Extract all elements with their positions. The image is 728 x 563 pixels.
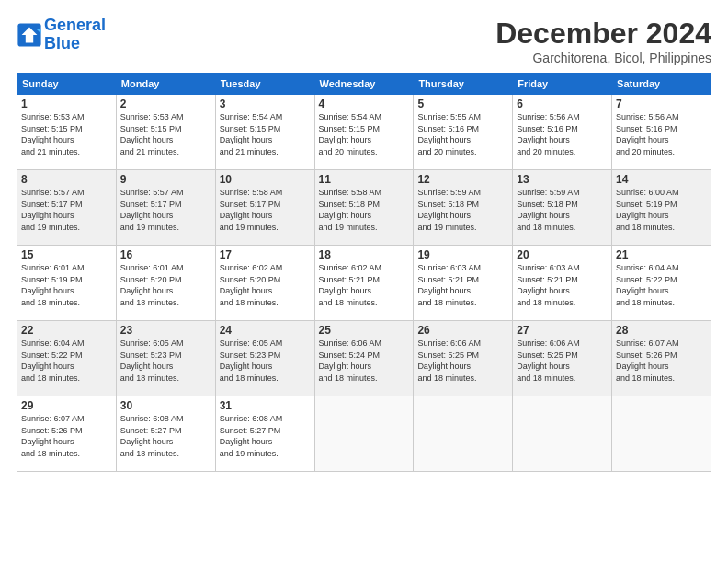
day-number: 7 bbox=[616, 98, 707, 110]
table-cell: 9 Sunrise: 5:57 AM Sunset: 5:17 PM Dayli… bbox=[116, 170, 215, 246]
day-info: Sunrise: 6:06 AM Sunset: 5:25 PM Dayligh… bbox=[417, 338, 508, 384]
table-cell: 25 Sunrise: 6:06 AM Sunset: 5:24 PM Dayl… bbox=[314, 321, 414, 396]
table-cell: 8 Sunrise: 5:57 AM Sunset: 5:17 PM Dayli… bbox=[17, 170, 117, 246]
day-number: 15 bbox=[21, 248, 112, 261]
day-number: 24 bbox=[220, 324, 311, 337]
day-number: 27 bbox=[517, 324, 608, 337]
table-cell: 2 Sunrise: 5:53 AM Sunset: 5:15 PM Dayli… bbox=[116, 95, 215, 170]
day-number: 28 bbox=[616, 324, 707, 337]
day-number: 3 bbox=[220, 98, 311, 110]
col-wednesday: Wednesday bbox=[314, 74, 414, 95]
col-sunday: Sunday bbox=[17, 74, 117, 95]
day-info: Sunrise: 5:53 AM Sunset: 5:15 PM Dayligh… bbox=[21, 111, 112, 157]
title-block: December 2024 Garchitorena, Bicol, Phili… bbox=[495, 17, 711, 65]
day-number: 6 bbox=[517, 98, 608, 110]
calendar-row-2: 8 Sunrise: 5:57 AM Sunset: 5:17 PM Dayli… bbox=[17, 170, 711, 246]
day-number: 13 bbox=[517, 173, 608, 186]
table-cell: 24 Sunrise: 6:05 AM Sunset: 5:23 PM Dayl… bbox=[215, 321, 314, 396]
day-info: Sunrise: 6:08 AM Sunset: 5:27 PM Dayligh… bbox=[220, 413, 311, 459]
table-cell: 29 Sunrise: 6:07 AM Sunset: 5:26 PM Dayl… bbox=[17, 396, 117, 472]
col-thursday: Thursday bbox=[414, 74, 513, 95]
day-number: 14 bbox=[616, 173, 707, 186]
header: General Blue December 2024 Garchitorena,… bbox=[17, 17, 711, 65]
day-info: Sunrise: 5:58 AM Sunset: 5:17 PM Dayligh… bbox=[220, 187, 311, 233]
day-number: 5 bbox=[417, 98, 508, 110]
day-info: Sunrise: 6:07 AM Sunset: 5:26 PM Dayligh… bbox=[616, 338, 707, 384]
day-number: 11 bbox=[319, 173, 410, 186]
table-cell: 26 Sunrise: 6:06 AM Sunset: 5:25 PM Dayl… bbox=[414, 321, 513, 396]
day-info: Sunrise: 6:07 AM Sunset: 5:26 PM Dayligh… bbox=[21, 413, 112, 459]
logo: General Blue bbox=[17, 17, 106, 53]
table-cell: 27 Sunrise: 6:06 AM Sunset: 5:25 PM Dayl… bbox=[513, 321, 612, 396]
main-title: December 2024 bbox=[495, 17, 711, 51]
table-cell: 3 Sunrise: 5:54 AM Sunset: 5:15 PM Dayli… bbox=[215, 95, 314, 170]
table-cell: 21 Sunrise: 6:04 AM Sunset: 5:22 PM Dayl… bbox=[612, 246, 711, 321]
day-info: Sunrise: 6:02 AM Sunset: 5:21 PM Dayligh… bbox=[319, 262, 410, 308]
col-tuesday: Tuesday bbox=[215, 74, 314, 95]
subtitle: Garchitorena, Bicol, Philippines bbox=[495, 51, 711, 65]
day-number: 19 bbox=[417, 248, 508, 261]
table-cell: 15 Sunrise: 6:01 AM Sunset: 5:19 PM Dayl… bbox=[17, 246, 117, 321]
calendar-row-1: 1 Sunrise: 5:53 AM Sunset: 5:15 PM Dayli… bbox=[17, 95, 711, 170]
table-cell: 17 Sunrise: 6:02 AM Sunset: 5:20 PM Dayl… bbox=[215, 246, 314, 321]
day-info: Sunrise: 5:57 AM Sunset: 5:17 PM Dayligh… bbox=[21, 187, 112, 233]
calendar-header-row: Sunday Monday Tuesday Wednesday Thursday… bbox=[17, 74, 711, 95]
day-number: 22 bbox=[21, 324, 112, 337]
table-cell: 30 Sunrise: 6:08 AM Sunset: 5:27 PM Dayl… bbox=[116, 396, 215, 472]
day-number: 31 bbox=[220, 399, 311, 412]
col-friday: Friday bbox=[513, 74, 612, 95]
col-monday: Monday bbox=[116, 74, 215, 95]
table-cell: 5 Sunrise: 5:55 AM Sunset: 5:16 PM Dayli… bbox=[414, 95, 513, 170]
table-cell: 23 Sunrise: 6:05 AM Sunset: 5:23 PM Dayl… bbox=[116, 321, 215, 396]
table-cell: 12 Sunrise: 5:59 AM Sunset: 5:18 PM Dayl… bbox=[414, 170, 513, 246]
table-cell: 31 Sunrise: 6:08 AM Sunset: 5:27 PM Dayl… bbox=[215, 396, 314, 472]
day-number: 20 bbox=[517, 248, 608, 261]
table-cell bbox=[314, 396, 414, 472]
day-number: 23 bbox=[120, 324, 211, 337]
table-cell: 20 Sunrise: 6:03 AM Sunset: 5:21 PM Dayl… bbox=[513, 246, 612, 321]
day-number: 10 bbox=[220, 173, 311, 186]
day-info: Sunrise: 6:03 AM Sunset: 5:21 PM Dayligh… bbox=[417, 262, 508, 308]
table-cell: 14 Sunrise: 6:00 AM Sunset: 5:19 PM Dayl… bbox=[612, 170, 711, 246]
day-info: Sunrise: 6:01 AM Sunset: 5:20 PM Dayligh… bbox=[120, 262, 211, 308]
day-info: Sunrise: 6:02 AM Sunset: 5:20 PM Dayligh… bbox=[220, 262, 311, 308]
table-cell: 1 Sunrise: 5:53 AM Sunset: 5:15 PM Dayli… bbox=[17, 95, 117, 170]
day-info: Sunrise: 6:06 AM Sunset: 5:25 PM Dayligh… bbox=[517, 338, 608, 384]
table-cell: 16 Sunrise: 6:01 AM Sunset: 5:20 PM Dayl… bbox=[116, 246, 215, 321]
day-info: Sunrise: 5:54 AM Sunset: 5:15 PM Dayligh… bbox=[319, 111, 410, 157]
col-saturday: Saturday bbox=[612, 74, 711, 95]
calendar-row-5: 29 Sunrise: 6:07 AM Sunset: 5:26 PM Dayl… bbox=[17, 396, 711, 472]
day-number: 4 bbox=[319, 98, 410, 110]
day-info: Sunrise: 5:56 AM Sunset: 5:16 PM Dayligh… bbox=[517, 111, 608, 157]
day-info: Sunrise: 6:05 AM Sunset: 5:23 PM Dayligh… bbox=[120, 338, 211, 384]
page: General Blue December 2024 Garchitorena,… bbox=[0, 0, 728, 563]
table-cell: 28 Sunrise: 6:07 AM Sunset: 5:26 PM Dayl… bbox=[612, 321, 711, 396]
table-cell bbox=[612, 396, 711, 472]
day-number: 17 bbox=[220, 248, 311, 261]
day-number: 21 bbox=[616, 248, 707, 261]
table-cell: 18 Sunrise: 6:02 AM Sunset: 5:21 PM Dayl… bbox=[314, 246, 414, 321]
day-info: Sunrise: 6:06 AM Sunset: 5:24 PM Dayligh… bbox=[319, 338, 410, 384]
day-info: Sunrise: 5:54 AM Sunset: 5:15 PM Dayligh… bbox=[220, 111, 311, 157]
day-number: 18 bbox=[319, 248, 410, 261]
day-info: Sunrise: 6:03 AM Sunset: 5:21 PM Dayligh… bbox=[517, 262, 608, 308]
table-cell: 13 Sunrise: 5:59 AM Sunset: 5:18 PM Dayl… bbox=[513, 170, 612, 246]
day-number: 8 bbox=[21, 173, 112, 186]
table-cell bbox=[414, 396, 513, 472]
table-cell: 10 Sunrise: 5:58 AM Sunset: 5:17 PM Dayl… bbox=[215, 170, 314, 246]
table-cell: 4 Sunrise: 5:54 AM Sunset: 5:15 PM Dayli… bbox=[314, 95, 414, 170]
day-info: Sunrise: 6:05 AM Sunset: 5:23 PM Dayligh… bbox=[220, 338, 311, 384]
calendar-row-3: 15 Sunrise: 6:01 AM Sunset: 5:19 PM Dayl… bbox=[17, 246, 711, 321]
table-cell: 19 Sunrise: 6:03 AM Sunset: 5:21 PM Dayl… bbox=[414, 246, 513, 321]
day-number: 2 bbox=[120, 98, 211, 110]
day-number: 1 bbox=[21, 98, 112, 110]
day-info: Sunrise: 6:00 AM Sunset: 5:19 PM Dayligh… bbox=[616, 187, 707, 233]
day-info: Sunrise: 6:01 AM Sunset: 5:19 PM Dayligh… bbox=[21, 262, 112, 308]
day-number: 29 bbox=[21, 399, 112, 412]
day-info: Sunrise: 6:08 AM Sunset: 5:27 PM Dayligh… bbox=[120, 413, 211, 459]
table-cell: 22 Sunrise: 6:04 AM Sunset: 5:22 PM Dayl… bbox=[17, 321, 117, 396]
day-info: Sunrise: 5:53 AM Sunset: 5:15 PM Dayligh… bbox=[120, 111, 211, 157]
table-cell: 6 Sunrise: 5:56 AM Sunset: 5:16 PM Dayli… bbox=[513, 95, 612, 170]
day-info: Sunrise: 5:58 AM Sunset: 5:18 PM Dayligh… bbox=[319, 187, 410, 233]
day-number: 26 bbox=[417, 324, 508, 337]
